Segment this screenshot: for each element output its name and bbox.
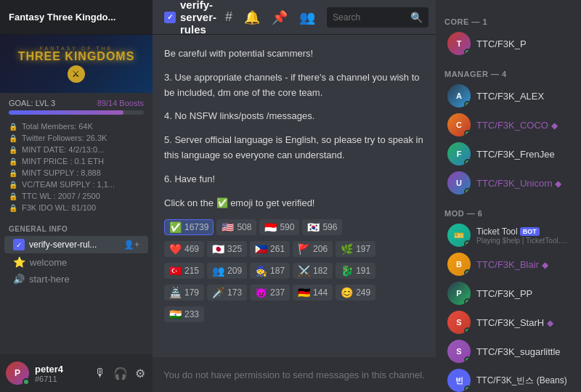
channel-welcome[interactable]: ⭐ welcome xyxy=(4,253,148,271)
member-name-starh: TTC/F3K_StarH ◆ xyxy=(476,317,553,328)
reaction-checkmark[interactable]: ✅ 16739 xyxy=(164,219,214,235)
member-avatar-unicorn: U xyxy=(447,171,471,195)
bot-status: Playing $help | TicketTool.xyz... xyxy=(476,237,569,245)
reaction-smile[interactable]: 😊 249 xyxy=(336,285,375,301)
member-blair[interactable]: B TTC/F3K_Blair ◆ xyxy=(439,250,578,279)
emoji-reactions-row3: 🇹🇷 215 👥 209 🧙 187 ⚔️ 182 🐉 191 xyxy=(164,263,424,279)
messages-area: Be careful with potential scammers! 3. U… xyxy=(153,35,436,357)
hashtag-icon[interactable]: # xyxy=(225,9,232,25)
server-name: Fantasy Three Kingdo... xyxy=(9,12,115,23)
reaction-id-flag[interactable]: 🇮🇩 590 xyxy=(259,219,299,235)
reaction-dragon[interactable]: 🐉 191 xyxy=(336,263,375,279)
member-name-alex: TTC/F3K_ALEX xyxy=(476,91,544,102)
goal-label: GOAL: LVL 3 xyxy=(9,99,55,107)
server-header[interactable]: Fantasy Three Kingdo... xyxy=(0,0,153,35)
pin-icon[interactable]: 📌 xyxy=(272,9,288,25)
member-avatar-pp: P xyxy=(447,282,471,305)
member-unicorn[interactable]: U TTC/F3K_Unicorn ◆ xyxy=(439,168,578,197)
reaction-us-flag[interactable]: 🇺🇸 508 xyxy=(216,219,256,235)
member-name-ticket-tool: Ticket Tool xyxy=(476,226,518,237)
info-ttc-wl: 🔒 TTC WL : 2007 / 2500 xyxy=(9,190,144,202)
member-alex[interactable]: A TTC/F3K_ALEX xyxy=(439,81,578,110)
reaction-castle[interactable]: 🏯 179 xyxy=(164,285,204,301)
message-nsfw: 4. No NSFW links/posts /messages. xyxy=(164,109,424,124)
online-status xyxy=(464,356,471,363)
member-frenjee[interactable]: F TTC/F3K_FrenJee xyxy=(439,139,578,168)
member-coco[interactable]: C TTC/F3K_COCO ◆ xyxy=(439,110,578,139)
online-status xyxy=(464,298,471,305)
message-verify: Click on the ✅ emoji to get verified! xyxy=(164,196,424,211)
no-permission-notice: You do not have permission to send messa… xyxy=(153,357,436,392)
search-icon: 🔍 xyxy=(410,12,423,23)
channel-verify-server-rules[interactable]: ✓ verify-server-rul... 👤+ xyxy=(4,236,148,253)
channel-verify-label: verify-server-rul... xyxy=(29,240,97,250)
info-vc-supply: 🔒 VC/TEAM SUPPLY : 1,1... xyxy=(9,179,144,190)
reaction-tr-flag[interactable]: 🇹🇷 215 xyxy=(164,263,204,279)
reaction-group[interactable]: 👥 209 xyxy=(207,263,247,279)
member-name-sugarlittle: TTC/F3K_sugarlittle xyxy=(476,346,561,357)
message-language: 5. Server official language is English, … xyxy=(164,133,424,163)
mic-button[interactable]: 🎙 xyxy=(93,365,107,382)
reaction-kr-flag[interactable]: 🇰🇷 596 xyxy=(302,219,342,235)
info-mint-date: 🔒 MINT DATE: 4/2/13:0... xyxy=(9,144,144,155)
reaction-in-flag[interactable]: 🇮🇳 233 xyxy=(164,306,204,322)
banner-line2: THREE KINGDOMS xyxy=(18,51,135,62)
channel-start-here[interactable]: 🔊 start-here xyxy=(4,271,148,287)
member-avatar-blair: B xyxy=(447,253,471,276)
member-pp[interactable]: P TTC/F3K_PP xyxy=(439,279,578,308)
reaction-wizard[interactable]: 🧙 187 xyxy=(250,263,290,279)
manager-section-header: MANAGER — 4 xyxy=(436,58,581,81)
channel-welcome-label: welcome xyxy=(30,257,67,268)
channel-header-checkbox: ✓ xyxy=(164,12,176,23)
add-user-icon: 👤+ xyxy=(123,240,139,250)
channel-header: ✓ verify-server-rules # 🔔 📌 👥 🔍 📥 ❓ xyxy=(153,0,436,35)
member-avatar-sugarlittle: S xyxy=(447,340,471,363)
settings-button[interactable]: ⚙ xyxy=(134,365,147,382)
member-sugarlittle[interactable]: S TTC/F3K_sugarlittle xyxy=(439,337,578,366)
search-input[interactable] xyxy=(333,12,406,23)
member-avatar-alex: A xyxy=(447,84,471,107)
user-discriminator: #6711 xyxy=(35,375,87,383)
member-avatar-starh: S xyxy=(447,311,471,334)
member-starh[interactable]: S TTC/F3K_StarH ◆ xyxy=(439,308,578,337)
reaction-leaf[interactable]: 🌿 197 xyxy=(336,241,375,257)
online-status xyxy=(464,269,471,276)
member-ttc-p[interactable]: T TTC/F3K_P xyxy=(439,29,578,58)
checkbox-icon: ✓ xyxy=(13,239,25,250)
search-bar[interactable]: 🔍 xyxy=(327,7,428,28)
emoji-reactions-row4: 🏯 179 🗡️ 173 😈 237 🇩🇪 144 😊 249 xyxy=(164,285,424,301)
headset-button[interactable]: 🎧 xyxy=(112,365,129,382)
emoji-reactions-row2: ❤️ 469 🇯🇵 325 🇵🇭 261 🚩 206 🌿 197 xyxy=(164,241,424,257)
reaction-ph-flag[interactable]: 🇵🇭 261 xyxy=(250,241,290,257)
online-status xyxy=(464,101,471,107)
core-section-header: CORE — 1 xyxy=(436,6,581,29)
info-twitter: 🔒 Twitter Followers: 26.3K xyxy=(9,132,144,144)
members-icon[interactable]: 👥 xyxy=(299,9,315,25)
member-name-ttc-p: TTC/F3K_P xyxy=(476,38,527,49)
general-info-header: General Info xyxy=(0,216,153,236)
member-avatar-ttc-p: T xyxy=(447,32,471,55)
header-icons: # 🔔 📌 👥 🔍 📥 ❓ xyxy=(225,7,436,28)
reaction-de-flag[interactable]: 🇩🇪 144 xyxy=(293,285,333,301)
reaction-heart[interactable]: ❤️ 469 xyxy=(164,241,204,257)
channel-start-here-label: start-here xyxy=(29,274,70,285)
member-name-blair: TTC/F3K_Blair ◆ xyxy=(476,259,548,270)
member-ticket-tool[interactable]: 🎫 Ticket Tool BOT Playing $help | Ticket… xyxy=(439,221,578,250)
bot-badge: BOT xyxy=(520,227,540,236)
reaction-flag2[interactable]: 🚩 206 xyxy=(293,241,333,257)
reaction-demon[interactable]: 😈 237 xyxy=(250,285,290,301)
star-icon: ⭐ xyxy=(13,256,25,268)
hash-icon: 🔊 xyxy=(13,274,25,285)
member-beans[interactable]: 빈 TTC/F3K_빈스 (Beans) xyxy=(439,366,578,392)
reaction-jp-flag[interactable]: 🇯🇵 325 xyxy=(207,241,247,257)
info-mint-price: 🔒 MINT PRICE : 0.1 ETH xyxy=(9,155,144,167)
goal-section: GOAL: LVL 3 89/14 Boosts xyxy=(0,93,153,118)
online-status xyxy=(464,159,471,166)
user-bar: P peter4 #6711 🎙 🎧 ⚙ xyxy=(0,354,153,392)
reaction-sword[interactable]: ⚔️ 182 xyxy=(293,263,333,279)
mod-section-header: MOD — 6 xyxy=(436,197,581,221)
reaction-dagger[interactable]: 🗡️ 173 xyxy=(207,285,247,301)
message-scammers: Be careful with potential scammers! xyxy=(164,46,424,62)
info-mint-supply: 🔒 MINT SUPPLY : 8,888 xyxy=(9,167,144,179)
bell-icon[interactable]: 🔔 xyxy=(244,9,260,25)
